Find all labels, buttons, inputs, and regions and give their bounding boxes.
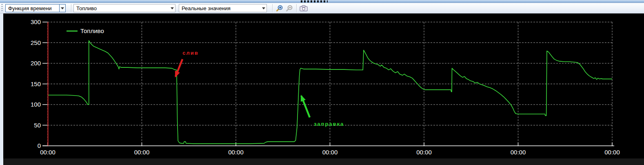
- x-tick-label: 00:00: [322, 149, 338, 156]
- trend-plot-canvas[interactable]: 05010015020025030000:0000:0000:0000:0000…: [0, 0, 644, 165]
- y-tick-label: 0: [38, 142, 41, 149]
- annotation-arrow: [175, 59, 182, 76]
- annotation-label: слив: [182, 50, 198, 56]
- annotation-arrow: [301, 96, 310, 118]
- x-tick-label: 00:00: [40, 149, 56, 156]
- annotation-label: заправка: [314, 121, 344, 127]
- x-tick-label: 00:00: [416, 149, 432, 156]
- y-tick-label: 150: [31, 80, 41, 87]
- y-tick-label: 300: [31, 18, 41, 25]
- x-tick-label: 00:00: [228, 149, 244, 156]
- x-tick-label: 00:00: [604, 149, 620, 156]
- y-tick-label: 100: [31, 101, 41, 108]
- x-tick-label: 00:00: [511, 149, 526, 156]
- x-tick-label: 00:00: [134, 149, 150, 156]
- y-tick-label: 250: [31, 39, 41, 46]
- trend-viewer-window: Функция времени Топливо Реальные значени…: [0, 0, 644, 165]
- legend-label: Топливо: [80, 27, 104, 34]
- y-tick-label: 200: [31, 60, 41, 67]
- y-tick-label: 50: [34, 122, 41, 129]
